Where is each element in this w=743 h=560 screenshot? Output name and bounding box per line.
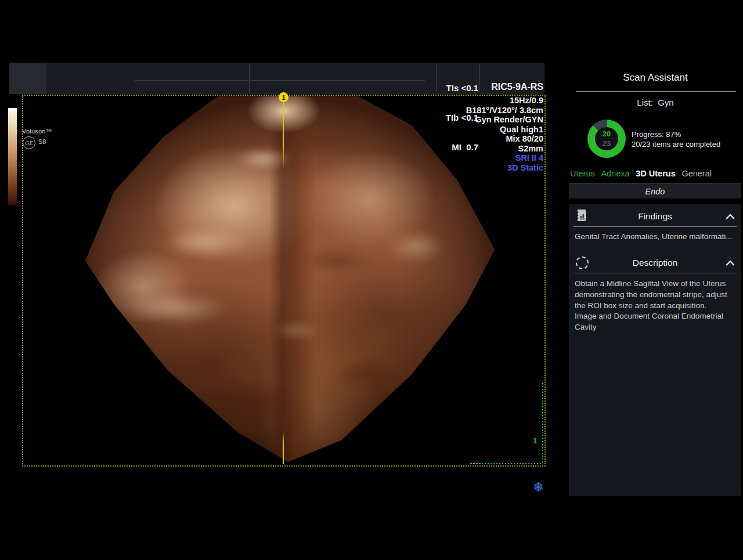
tgc-curve-left	[135, 80, 248, 81]
tgc-divider	[249, 64, 250, 93]
tis-value: TIs <0.1	[437, 83, 478, 93]
ultrasound-screen: Voluson™ GE S8 TIs <0.1 TIb <0.1 MI 0.7 …	[0, 0, 743, 560]
roi-center-line-top	[283, 102, 284, 170]
findings-collapse-chevron-icon[interactable]	[726, 214, 735, 219]
protocol-list-label: List: Gyn	[569, 97, 742, 107]
progress-summary: Progress: 87% 20/23 items are completed	[632, 129, 720, 149]
tab-general[interactable]: General	[681, 169, 712, 178]
detail-card: Findings Genital Tract Anomalies, Uterin…	[569, 204, 741, 496]
roi-marker[interactable]: 1	[279, 92, 288, 102]
progress-percent-text: Progress: 87%	[632, 129, 720, 139]
roi-corner-label: 1	[533, 436, 537, 445]
freeze-snowflake-icon: ❄	[533, 480, 543, 494]
title-divider	[576, 91, 736, 92]
roi-box[interactable]	[22, 95, 546, 467]
roi-render-edge-bottom	[470, 463, 543, 464]
grayscale-colorbar	[8, 108, 17, 205]
roi-center-line-bottom	[283, 432, 284, 464]
progress-donut-center: 20 23	[595, 127, 618, 150]
progress-donut: 20 23	[587, 120, 626, 158]
findings-divider	[574, 226, 737, 227]
description-header[interactable]: Description	[569, 258, 741, 268]
roi-render-edge-right	[542, 383, 543, 464]
category-tabs: Uterus Adnexa 3D Uterus General	[570, 169, 712, 178]
tab-uterus[interactable]: Uterus	[570, 169, 595, 178]
description-divider	[574, 273, 737, 273]
logo-box: Voluson™ GE S8	[9, 63, 46, 94]
description-line-2: Image and Document Coronal Endometrial C…	[575, 311, 737, 333]
progress-items-text: 20/23 items are completed	[632, 139, 720, 149]
total-count: 23	[603, 140, 611, 147]
findings-header[interactable]: Findings	[569, 211, 741, 222]
scan-assistant-title: Scan Assistant	[569, 72, 742, 84]
completed-count: 20	[603, 130, 611, 138]
tab-adnexa[interactable]: Adnexa	[601, 169, 629, 178]
tab-3d-uterus[interactable]: 3D Uterus	[636, 169, 676, 178]
subtab-endo[interactable]: Endo	[569, 183, 741, 198]
description-content: Obtain a Midline Sagittal View of the Ut…	[575, 279, 737, 333]
description-line-1: Obtain a Midline Sagittal View of the Ut…	[575, 279, 737, 311]
ti-box-border-right	[479, 64, 480, 92]
tgc-curve-right	[251, 80, 425, 81]
findings-content[interactable]: Genital Tract Anomalies, Uterine malform…	[575, 232, 736, 241]
description-collapse-chevron-icon[interactable]	[726, 260, 735, 266]
probe-name: RIC5-9A-RS	[481, 82, 543, 92]
